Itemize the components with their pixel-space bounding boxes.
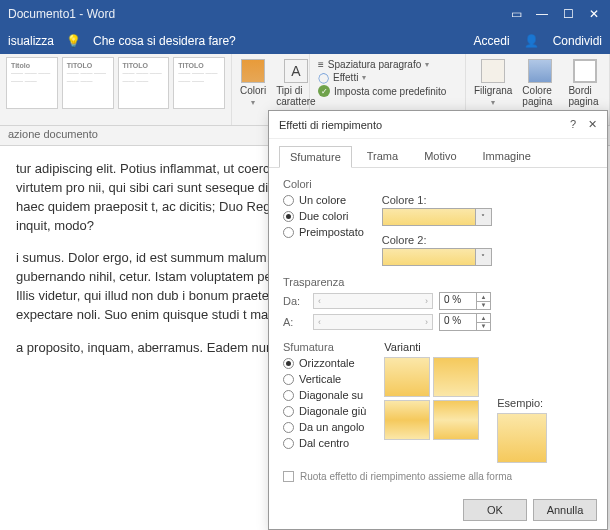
ribbon-tabs: isualizza 💡 Che cosa si desidera fare? A…	[0, 28, 610, 54]
theme-thumb[interactable]: TITOLO—— —— —— —— ——	[118, 57, 170, 109]
title-bar: Documento1 - Word ▭ — ☐ ✕	[0, 0, 610, 28]
variants-fieldset: Varianti	[384, 341, 479, 463]
document-title: Documento1 - Word	[8, 7, 115, 21]
dialog-title: Effetti di riempimento	[279, 119, 382, 131]
theme-thumb[interactable]: TITOLO—— —— —— —— ——	[62, 57, 114, 109]
document-formatting-group: Titolo—— —— —— —— —— TITOLO—— —— —— —— —…	[0, 54, 232, 125]
radio-one-color[interactable]: Un colore	[283, 194, 364, 206]
dialog-titlebar: Effetti di riempimento ? ✕	[269, 111, 607, 139]
variant-cell[interactable]	[384, 400, 430, 440]
colors-button[interactable]: Colori▾	[238, 57, 268, 120]
theme-thumb[interactable]: TITOLO—— —— —— —— ——	[173, 57, 225, 109]
close-icon[interactable]: ✕	[588, 118, 597, 131]
share-icon: 👤	[524, 34, 539, 48]
ribbon-display-icon[interactable]: ▭	[508, 7, 524, 21]
tell-me-input[interactable]: Che cosa si desidera fare?	[93, 34, 236, 48]
example-swatch	[497, 413, 547, 463]
variant-cell[interactable]	[433, 400, 479, 440]
share-button[interactable]: Condividi	[553, 34, 602, 48]
variant-cell[interactable]	[433, 357, 479, 397]
radio-diagonal-up[interactable]: Diagonale su	[283, 389, 366, 401]
radio-diagonal-down[interactable]: Diagonale giù	[283, 405, 366, 417]
transparency-from-slider[interactable]: ‹›	[313, 293, 433, 309]
ok-button[interactable]: OK	[463, 499, 527, 521]
radio-from-center[interactable]: Dal centro	[283, 437, 366, 449]
radio-from-corner[interactable]: Da un angolo	[283, 421, 366, 433]
tab-pattern[interactable]: Motivo	[413, 145, 467, 167]
signin-link[interactable]: Accedi	[474, 34, 510, 48]
example-preview: Esempio:	[497, 397, 547, 463]
minimize-icon[interactable]: —	[534, 7, 550, 21]
radio-two-color[interactable]: Due colori	[283, 210, 364, 222]
radio-preset[interactable]: Preimpostato	[283, 226, 364, 238]
close-icon[interactable]: ✕	[586, 7, 602, 21]
radio-horizontal[interactable]: Orizzontale	[283, 357, 366, 369]
dialog-tabs: Sfumature Trama Motivo Immagine	[269, 139, 607, 168]
rotate-with-shape-checkbox[interactable]: Ruota effetto di riempimento assieme all…	[283, 471, 593, 482]
view-tab[interactable]: isualizza	[8, 34, 54, 48]
lightbulb-icon: 💡	[66, 34, 81, 48]
shade-fieldset: Sfumatura Orizzontale Verticale Diagonal…	[283, 341, 366, 453]
set-default-button[interactable]: ✓Imposta come predefinito	[318, 85, 457, 97]
colors-fieldset: Colori Un colore Due colori Preimpostato…	[283, 178, 593, 266]
fill-effects-dialog: Effetti di riempimento ? ✕ Sfumature Tra…	[268, 110, 608, 530]
cancel-button[interactable]: Annulla	[533, 499, 597, 521]
transparency-from-spinner[interactable]: 0 %▲▼	[439, 292, 491, 310]
tab-gradient[interactable]: Sfumature	[279, 146, 352, 168]
paragraph-spacing-button[interactable]: ≡Spaziatura paragrafo▾	[318, 59, 457, 70]
color1-dropdown[interactable]: ˅	[382, 208, 492, 226]
radio-vertical[interactable]: Verticale	[283, 373, 366, 385]
transparency-fieldset: Trasparenza Da: ‹› 0 %▲▼ A: ‹› 0 %▲▼	[283, 276, 593, 331]
color1-label: Colore 1:	[382, 194, 492, 206]
theme-thumb[interactable]: Titolo—— —— —— —— ——	[6, 57, 58, 109]
color2-label: Colore 2:	[382, 234, 492, 246]
maximize-icon[interactable]: ☐	[560, 7, 576, 21]
tab-picture[interactable]: Immagine	[472, 145, 542, 167]
variant-cell[interactable]	[384, 357, 430, 397]
tab-texture[interactable]: Trama	[356, 145, 409, 167]
color2-dropdown[interactable]: ˅	[382, 248, 492, 266]
help-icon[interactable]: ?	[570, 118, 576, 131]
effects-button[interactable]: ◯Effetti▾	[318, 72, 457, 83]
transparency-to-slider[interactable]: ‹›	[313, 314, 433, 330]
transparency-to-spinner[interactable]: 0 %▲▼	[439, 313, 491, 331]
